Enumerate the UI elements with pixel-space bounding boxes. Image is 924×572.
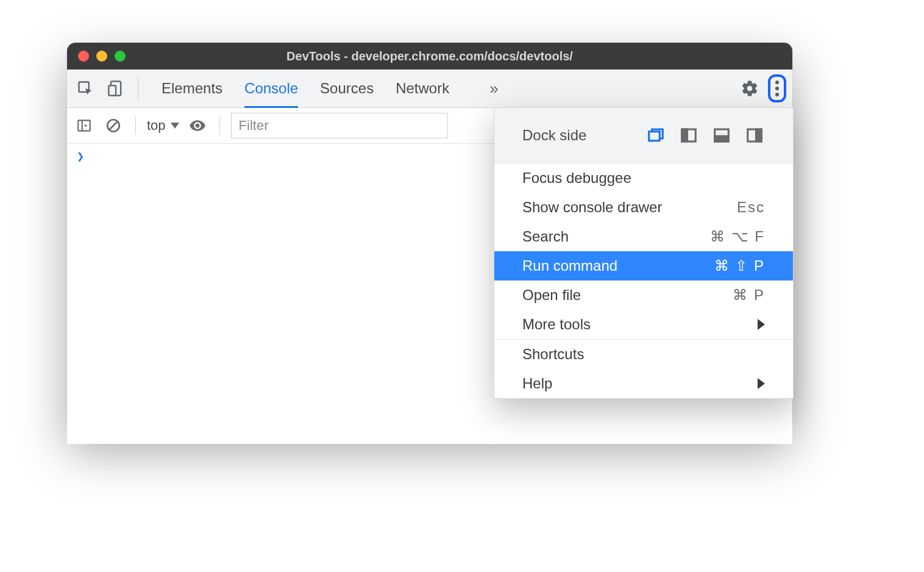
settings-icon[interactable]: [737, 76, 762, 101]
dock-side-label: Dock side: [522, 127, 586, 144]
live-expression-icon[interactable]: [187, 115, 208, 137]
filter-input[interactable]: [231, 113, 448, 138]
menu-item-open-file[interactable]: Open file ⌘ P: [494, 281, 793, 310]
inspect-element-icon[interactable]: [73, 76, 98, 101]
dropdown-triangle-icon: [171, 123, 179, 129]
main-toolbar: Elements Console Sources Network »: [67, 70, 792, 108]
menu-item-shortcuts[interactable]: Shortcuts: [494, 340, 793, 369]
tab-console[interactable]: Console: [244, 70, 298, 107]
dock-side-section: Dock side: [494, 108, 793, 163]
window-title: DevTools - developer.chrome.com/docs/dev…: [67, 49, 792, 63]
menu-item-label: Show console drawer: [522, 199, 662, 216]
svg-rect-9: [649, 132, 660, 141]
clear-console-icon[interactable]: [102, 115, 124, 137]
menu-item-help[interactable]: Help: [494, 369, 793, 398]
svg-point-4: [775, 87, 779, 90]
tab-elements[interactable]: Elements: [162, 70, 222, 107]
menu-item-label: More tools: [522, 316, 591, 333]
menu-item-label: Run command: [522, 257, 617, 274]
svg-rect-6: [78, 120, 90, 130]
tab-sources[interactable]: Sources: [320, 70, 374, 107]
menu-item-shortcut: ⌘ ⌥ F: [710, 228, 765, 245]
toolbar-divider: [219, 116, 220, 135]
execution-context-selector[interactable]: top: [147, 118, 179, 134]
svg-point-5: [775, 93, 779, 96]
console-prompt-icon: ❯: [77, 149, 84, 163]
close-window-button[interactable]: [78, 51, 89, 62]
menu-item-label: Shortcuts: [522, 346, 584, 363]
menu-item-focus-debuggee[interactable]: Focus debuggee: [494, 163, 793, 193]
window-controls: [78, 51, 126, 62]
maximize-window-button[interactable]: [115, 51, 126, 62]
dock-bottom-icon[interactable]: [711, 125, 732, 146]
devtools-window: DevTools - developer.chrome.com/docs/dev…: [67, 43, 792, 433]
device-toolbar-icon[interactable]: [104, 76, 128, 101]
toolbar-divider: [138, 77, 138, 99]
svg-line-8: [110, 122, 118, 130]
menu-item-run-command[interactable]: Run command ⌘ ⇧ P: [494, 251, 793, 281]
svg-rect-13: [715, 136, 729, 141]
panel-tabs: Elements Console Sources Network »: [162, 70, 499, 107]
menu-item-more-tools[interactable]: More tools: [494, 310, 793, 339]
more-options-icon[interactable]: [774, 79, 780, 98]
minimize-window-button[interactable]: [96, 51, 107, 62]
svg-rect-11: [682, 129, 688, 141]
svg-rect-2: [108, 85, 116, 95]
dock-undock-icon[interactable]: [645, 125, 666, 146]
menu-item-label: Open file: [522, 287, 581, 304]
menu-item-label: Help: [522, 375, 552, 392]
dock-right-icon[interactable]: [744, 125, 765, 146]
dock-left-icon[interactable]: [678, 125, 699, 146]
submenu-arrow-icon: [752, 319, 765, 330]
menu-item-shortcut: Esc: [737, 199, 765, 216]
more-options-button-highlight: [768, 74, 786, 102]
svg-point-3: [775, 80, 779, 84]
svg-rect-15: [756, 129, 762, 141]
submenu-arrow-icon: [752, 378, 765, 389]
titlebar: DevTools - developer.chrome.com/docs/dev…: [67, 43, 792, 70]
context-label: top: [147, 118, 166, 134]
menu-item-shortcut: ⌘ P: [733, 287, 765, 304]
menu-item-shortcut: ⌘ ⇧ P: [714, 257, 765, 274]
menu-item-search[interactable]: Search ⌘ ⌥ F: [494, 222, 793, 251]
more-tabs-icon[interactable]: »: [489, 79, 498, 98]
menu-item-label: Focus debuggee: [522, 170, 631, 187]
tab-network[interactable]: Network: [396, 70, 449, 107]
menu-item-show-console-drawer[interactable]: Show console drawer Esc: [494, 193, 793, 222]
menu-item-label: Search: [522, 228, 569, 245]
main-menu-dropdown: Dock side: [494, 107, 794, 399]
toggle-sidebar-icon[interactable]: [73, 115, 95, 137]
toolbar-divider: [135, 116, 136, 135]
